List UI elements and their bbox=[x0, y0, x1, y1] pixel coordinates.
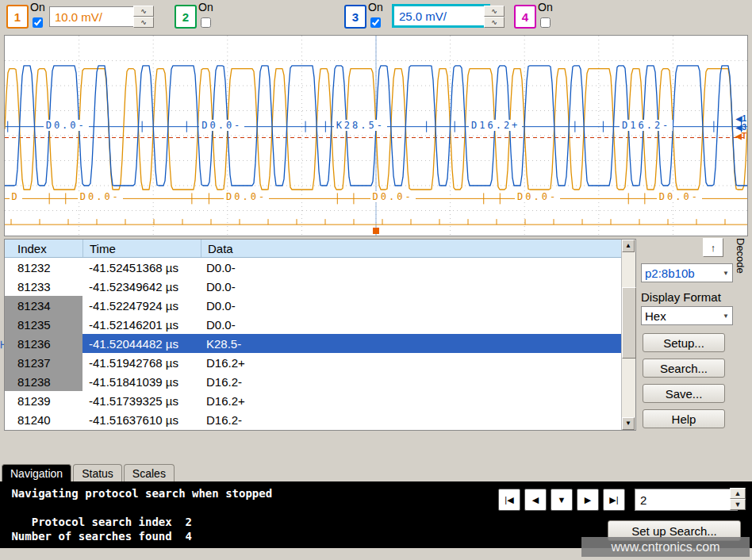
prev-result-icon[interactable]: ◀ bbox=[524, 489, 547, 511]
waveform-display[interactable]: ◀1 ◀3 ◀T D0.0-D0.0-K28.5-D16.2+D16.2-DD0… bbox=[4, 35, 748, 236]
channel-2-button[interactable]: 2 bbox=[175, 5, 197, 29]
table-scrollbar[interactable]: ▲ ▼ bbox=[621, 240, 635, 430]
scale-down-icon[interactable]: ∿ bbox=[133, 17, 154, 28]
cell-data: D16.2+ bbox=[200, 353, 635, 372]
cell-data: D0.0- bbox=[200, 258, 635, 277]
trigger-level-marker[interactable]: ◀T bbox=[735, 132, 746, 140]
table-header: Index Time Data bbox=[5, 240, 635, 258]
channel-1-ground-marker[interactable]: ◀1 bbox=[736, 115, 746, 123]
decode-panel: ↑ Decode p2:8b10b ▼ Display Format Hex ▼… bbox=[638, 236, 752, 432]
last-result-icon[interactable]: ▶| bbox=[603, 489, 625, 511]
next-result-icon[interactable]: ▶ bbox=[577, 489, 599, 511]
channel-2-on-checkbox[interactable] bbox=[201, 17, 211, 28]
column-header-time[interactable]: Time bbox=[83, 240, 201, 257]
waveform-plot bbox=[5, 36, 747, 236]
cell-index: 81239 bbox=[5, 391, 82, 410]
column-header-data[interactable]: Data bbox=[201, 240, 635, 257]
tab-status[interactable]: Status bbox=[73, 464, 122, 482]
table-row[interactable]: 81237 -41.51942768 µs D16.2+ bbox=[5, 353, 635, 372]
cell-time: -41.52349642 µs bbox=[82, 277, 200, 296]
bottom-tabs: Navigation Status Scales bbox=[2, 464, 175, 482]
cell-index: 81233 bbox=[5, 277, 82, 296]
table-row-selected[interactable]: 81236 -41.52044482 µs K28.5- bbox=[5, 334, 635, 353]
cell-data: D16.2+ bbox=[200, 391, 635, 410]
decode-source-combo[interactable]: p2:8b10b ▼ bbox=[641, 263, 733, 282]
channel-4-button[interactable]: 4 bbox=[514, 5, 536, 29]
save-button[interactable]: Save... bbox=[643, 384, 725, 403]
decode-source-value: p2:8b10b bbox=[645, 267, 695, 280]
spin-down-icon[interactable]: ▼ bbox=[730, 499, 746, 510]
scale-up-icon[interactable]: ∿ bbox=[133, 6, 154, 17]
table-row[interactable]: 81239 -41.51739325 µs D16.2+ bbox=[5, 391, 635, 410]
current-result-icon[interactable]: ▼ bbox=[551, 489, 573, 511]
scroll-up-icon[interactable]: ▲ bbox=[622, 240, 635, 252]
chevron-down-icon: ▼ bbox=[719, 313, 729, 320]
panel-up-button[interactable]: ↑ bbox=[703, 238, 723, 257]
scale-down-icon[interactable]: ∿ bbox=[484, 17, 505, 28]
cell-data: D16.2- bbox=[200, 410, 635, 429]
cell-data: D0.0- bbox=[200, 277, 635, 296]
cell-index: 81236 bbox=[5, 334, 82, 353]
search-index-field[interactable]: 2 bbox=[635, 489, 738, 511]
column-header-index[interactable]: Index bbox=[5, 240, 83, 257]
search-button[interactable]: Search... bbox=[643, 359, 725, 378]
channel-1-on-checkbox[interactable] bbox=[33, 17, 43, 28]
cell-time: -41.52451368 µs bbox=[82, 258, 200, 277]
tab-scales[interactable]: Scales bbox=[124, 464, 175, 482]
channel-4-on-label: On bbox=[538, 1, 553, 13]
console-message: Navigating protocol search when stopped … bbox=[5, 486, 272, 543]
channel-1-scale-spinner: ∿ ∿ bbox=[133, 6, 154, 28]
channel-2-on-label: On bbox=[198, 1, 213, 13]
decode-listing-table: Index Time Data 81232 -41.52451368 µs D0… bbox=[4, 239, 636, 431]
scale-up-icon[interactable]: ∿ bbox=[484, 6, 505, 17]
scroll-down-icon[interactable]: ▼ bbox=[622, 417, 635, 430]
trigger-time-marker[interactable] bbox=[373, 228, 379, 234]
cell-index: 81235 bbox=[5, 315, 82, 334]
display-format-label: Display Format bbox=[641, 290, 721, 304]
channel-4-on-checkbox[interactable] bbox=[540, 17, 551, 28]
cell-index: 81232 bbox=[5, 258, 82, 277]
table-row[interactable]: 81235 -41.52146201 µs D0.0- bbox=[5, 315, 635, 334]
display-format-value: Hex bbox=[645, 309, 666, 323]
setup-button[interactable]: Setup... bbox=[643, 333, 725, 352]
channel-3-on-checkbox[interactable] bbox=[370, 17, 381, 28]
channel-3-button[interactable]: 3 bbox=[344, 5, 366, 29]
decode-label: D0.0- bbox=[44, 120, 89, 131]
help-button[interactable]: Help bbox=[643, 409, 725, 428]
decode-label: D0.0- bbox=[515, 191, 560, 202]
search-index-spinner: ▲ ▼ bbox=[730, 488, 746, 510]
cell-time: -41.52044482 µs bbox=[82, 334, 200, 353]
table-row[interactable]: 81240 -41.51637610 µs D16.2- bbox=[5, 410, 635, 429]
decode-label: D0.0- bbox=[199, 120, 244, 131]
decode-label: D0.0- bbox=[370, 191, 416, 202]
channel-1-on-label: On bbox=[30, 1, 45, 13]
table-row[interactable]: 81234 -41.52247924 µs D0.0- bbox=[5, 296, 635, 315]
channel-3-on-label: On bbox=[368, 1, 383, 13]
cell-data: K28.5- bbox=[200, 334, 635, 353]
display-format-combo[interactable]: Hex ▼ bbox=[641, 306, 733, 325]
bottom-toolbar: ↑ ▲▼ ▲▼ H 500 ps/ ∿ ∿ ↑ -41.5199870 µs bbox=[0, 432, 752, 463]
tab-navigation[interactable]: Navigation bbox=[2, 464, 71, 482]
channel-3-scale-field[interactable]: 25.0 mV/ bbox=[392, 4, 490, 28]
cell-data: D16.2- bbox=[200, 372, 635, 391]
table-row[interactable]: 81232 -41.52451368 µs D0.0- bbox=[5, 258, 635, 277]
cell-time: -41.52247924 µs bbox=[82, 296, 200, 315]
cell-time: -41.51637610 µs bbox=[82, 410, 200, 429]
spin-up-icon[interactable]: ▲ bbox=[730, 488, 746, 499]
table-row[interactable]: 81238 -41.51841039 µs D16.2- bbox=[5, 372, 635, 391]
scrollbar-thumb[interactable] bbox=[622, 287, 636, 359]
first-result-icon[interactable]: |◀ bbox=[498, 489, 520, 511]
channel-3-scale-spinner: ∿ ∿ bbox=[484, 6, 505, 28]
channel-3-ground-marker[interactable]: ◀3 bbox=[736, 124, 746, 132]
decode-label: D bbox=[10, 191, 22, 202]
watermark: www.cntronics.com bbox=[581, 537, 750, 557]
table-row[interactable]: 81233 -41.52349642 µs D0.0- bbox=[5, 277, 635, 296]
decode-label: K28.5- bbox=[334, 120, 387, 131]
channel-1-scale-field[interactable]: 10.0 mV/ bbox=[49, 6, 140, 27]
cell-index: 81237 bbox=[5, 353, 82, 372]
search-nav-buttons: |◀ ◀ ▼ ▶ ▶| bbox=[498, 489, 625, 511]
cell-data: D0.0- bbox=[200, 315, 635, 334]
channel-1-button[interactable]: 1 bbox=[6, 5, 29, 29]
chevron-down-icon: ▼ bbox=[719, 270, 729, 277]
decode-label: D0.0- bbox=[657, 191, 702, 202]
